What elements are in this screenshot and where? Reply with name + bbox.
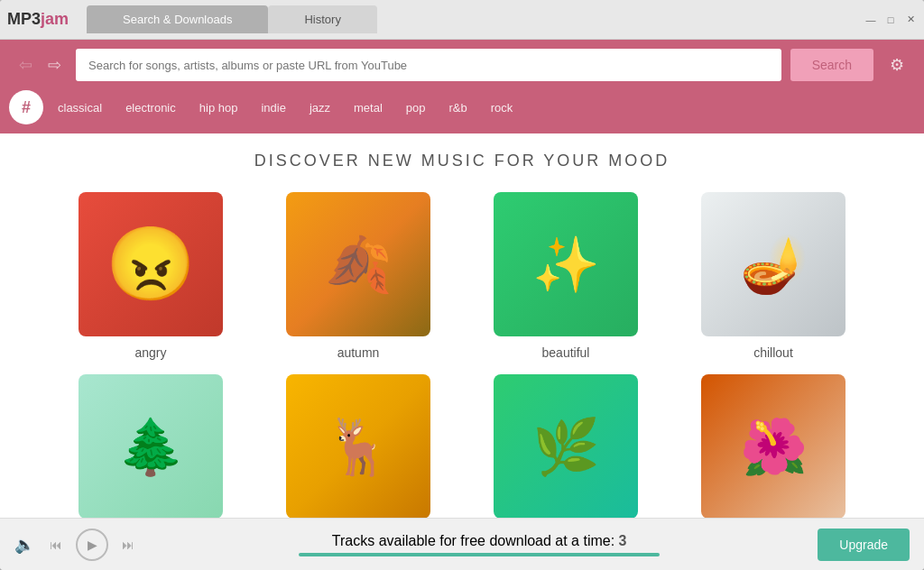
tab-search-downloads[interactable]: Search & Downloads: [87, 5, 268, 33]
genre-pop[interactable]: pop: [397, 96, 435, 120]
bottom-bar: 🔈 ⏮ ▶ ⏭ Tracks available for free downlo…: [0, 518, 924, 570]
tabs-container: Search & Downloads History: [87, 5, 864, 33]
mood-tropical-image: [494, 374, 638, 518]
genre-hiphop[interactable]: hip hop: [190, 96, 247, 120]
genre-indie[interactable]: indie: [252, 96, 294, 120]
window-controls: — □ ✕: [864, 14, 917, 26]
next-button[interactable]: ⏭: [116, 532, 141, 557]
mood-desert-image: [286, 374, 430, 518]
mood-beautiful[interactable]: beautiful: [469, 192, 662, 360]
genre-metal[interactable]: metal: [345, 96, 392, 120]
mood-beautiful-label: beautiful: [542, 345, 590, 360]
mood-garden-image: [701, 374, 845, 518]
mood-autumn-image: [286, 192, 430, 336]
back-button[interactable]: ⇦: [13, 52, 38, 78]
upgrade-button[interactable]: Upgrade: [818, 529, 910, 561]
logo-jam: jam: [41, 10, 69, 28]
mood-garden[interactable]: garden: [677, 374, 870, 518]
genre-rock[interactable]: rock: [482, 96, 522, 120]
mood-autumn-label: autumn: [337, 345, 380, 360]
search-button[interactable]: Search: [790, 49, 873, 81]
player-controls: ⏮ ▶ ⏭: [43, 529, 141, 561]
mood-grid: angry autumn beautiful chillout winter: [54, 192, 870, 518]
genre-rb[interactable]: r&b: [440, 96, 476, 120]
tracks-progress-bar: [299, 553, 660, 556]
minimize-button[interactable]: —: [864, 14, 877, 26]
volume-button[interactable]: 🔈: [14, 535, 34, 555]
genre-electronic[interactable]: electronic: [116, 96, 185, 120]
mood-angry-label: angry: [134, 345, 166, 360]
app-logo: MP3jam: [7, 10, 69, 29]
mood-tropical[interactable]: tropical: [469, 374, 662, 518]
mood-chillout[interactable]: chillout: [677, 192, 870, 360]
mood-winter[interactable]: winter: [54, 374, 247, 518]
tracks-text: Tracks available for free download at a …: [332, 533, 627, 549]
genre-hash[interactable]: #: [9, 90, 43, 124]
settings-button[interactable]: ⚙: [882, 51, 911, 79]
mood-chillout-image: [701, 192, 845, 336]
nav-arrows: ⇦ ⇨: [13, 52, 67, 78]
genre-classical[interactable]: classical: [49, 96, 111, 120]
main-content: DISCOVER NEW MUSIC FOR YOUR MOOD angry a…: [0, 133, 924, 518]
genre-jazz[interactable]: jazz: [300, 96, 339, 120]
logo-mp3: MP3: [7, 10, 41, 28]
mood-autumn[interactable]: autumn: [262, 192, 455, 360]
app-window: MP3jam Search & Downloads History — □ ✕ …: [0, 0, 924, 570]
play-button[interactable]: ▶: [76, 529, 108, 561]
mood-desert[interactable]: desert: [262, 374, 455, 518]
genre-bar: # classical electronic hip hop indie jaz…: [0, 90, 924, 133]
mood-beautiful-image: [494, 192, 638, 336]
search-bar: ⇦ ⇨ Search ⚙: [0, 40, 924, 90]
tab-history[interactable]: History: [268, 5, 376, 33]
mood-angry-image: [79, 192, 223, 336]
mood-winter-image: [79, 374, 223, 518]
tracks-info: Tracks available for free download at a …: [150, 533, 808, 556]
discover-title: DISCOVER NEW MUSIC FOR YOUR MOOD: [54, 152, 870, 170]
tracks-count: 3: [619, 533, 627, 548]
search-input[interactable]: [76, 49, 781, 81]
close-button[interactable]: ✕: [904, 14, 917, 26]
mood-chillout-label: chillout: [753, 345, 793, 360]
title-bar: MP3jam Search & Downloads History — □ ✕: [0, 0, 924, 40]
forward-button[interactable]: ⇨: [42, 52, 67, 78]
maximize-button[interactable]: □: [884, 14, 897, 26]
prev-button[interactable]: ⏮: [43, 532, 69, 557]
mood-angry[interactable]: angry: [54, 192, 247, 360]
